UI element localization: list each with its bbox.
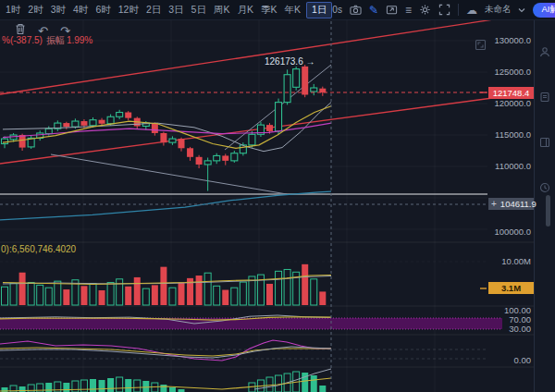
axis-label: 115000.0 xyxy=(488,129,531,140)
timeframe-tab[interactable]: 3日 xyxy=(165,3,187,18)
change-value: %(-387.5) xyxy=(2,35,43,45)
timeframe-tab[interactable]: 周K xyxy=(210,3,234,18)
chart-app: { "toolbar": { "timeframes": ["1时","2时",… xyxy=(0,0,555,392)
camera-icon[interactable] xyxy=(350,4,362,16)
toolbar-right-tools: 0s ✎ ≡ ☁ 未命名 AI解读 xyxy=(332,3,555,18)
crosshair-plus-icon: + xyxy=(491,199,497,209)
timeframe-tab[interactable]: 1时 xyxy=(2,3,24,18)
axis-label: 0.00 xyxy=(488,355,531,365)
top-toolbar: 1时2时3时4时6时12时2日3日5日周K月K季K年K 1日 0s ✎ ≡ ☁ … xyxy=(0,0,555,20)
volume-ma-label: 0):6,560,746.4020 xyxy=(1,244,76,254)
timeframe-tab[interactable]: 3时 xyxy=(47,3,69,18)
workspace-name[interactable]: 未命名 xyxy=(485,4,512,16)
last-price-badge: 121748.4 xyxy=(488,87,534,99)
right-sidebar xyxy=(534,20,555,392)
pane-maximize-icon[interactable] xyxy=(473,37,488,56)
axis-label: 10.00M xyxy=(488,256,531,266)
timeframe-tab[interactable]: 5日 xyxy=(188,3,210,18)
volume-badge: 3.1M xyxy=(488,282,534,294)
axis-label: 100000.0 xyxy=(488,227,531,237)
scrollbar-thumb[interactable] xyxy=(546,195,550,227)
axis-label: 130000.0 xyxy=(488,35,531,45)
timeframe-tab[interactable]: 月K xyxy=(233,3,257,18)
axis-label: 120000.0 xyxy=(488,98,531,108)
ai-analyze-button[interactable]: AI解读 xyxy=(533,3,555,18)
settings-gear-icon[interactable] xyxy=(419,4,431,16)
timeframe-tab[interactable]: 2时 xyxy=(24,3,46,18)
axis-label: 30.00 xyxy=(488,324,531,334)
timeframe-tab[interactable]: 12时 xyxy=(115,3,142,18)
timeframe-list: 1时2时3时4时6时12时2日3日5日周K月K季K年K xyxy=(2,3,304,18)
timeframe-tab[interactable]: 年K xyxy=(280,3,304,18)
active-timeframe-tab[interactable]: 1日 xyxy=(306,2,332,18)
timeframe-tab[interactable]: 6时 xyxy=(92,3,114,18)
timeframe-tab[interactable]: 4时 xyxy=(69,3,92,18)
bar-countdown: 0s xyxy=(332,5,342,15)
timeframe-tab[interactable]: 季K xyxy=(257,3,281,18)
draw-pencil-icon[interactable]: ✎ xyxy=(369,5,378,16)
amplitude-label: 振幅 xyxy=(46,35,65,45)
panel-icon[interactable] xyxy=(539,135,550,152)
fullscreen-icon[interactable] xyxy=(438,4,450,16)
axis-label: 110000.0 xyxy=(488,161,531,171)
timeframe-tab[interactable]: 2日 xyxy=(142,3,165,18)
toolbar-divider xyxy=(458,4,459,16)
cloud-icon[interactable]: ☁ xyxy=(466,5,477,16)
high-price-label: 126173.6 → xyxy=(265,56,315,67)
ohlc-info-line: %(-387.5)振幅1.99% xyxy=(2,34,92,47)
chevron-down-icon[interactable] xyxy=(518,7,525,13)
popup-window-icon[interactable] xyxy=(386,4,398,16)
user-icon[interactable] xyxy=(539,44,550,61)
doc-icon[interactable] xyxy=(539,90,550,106)
list-icon[interactable]: ≡ xyxy=(405,5,412,16)
axis-label: 125000.0 xyxy=(488,67,531,77)
crosshair-price-value: 104611.9 xyxy=(500,199,536,209)
amplitude-value: 1.99% xyxy=(67,35,92,45)
crosshair-price-badge: + 104611.9 xyxy=(488,198,534,210)
